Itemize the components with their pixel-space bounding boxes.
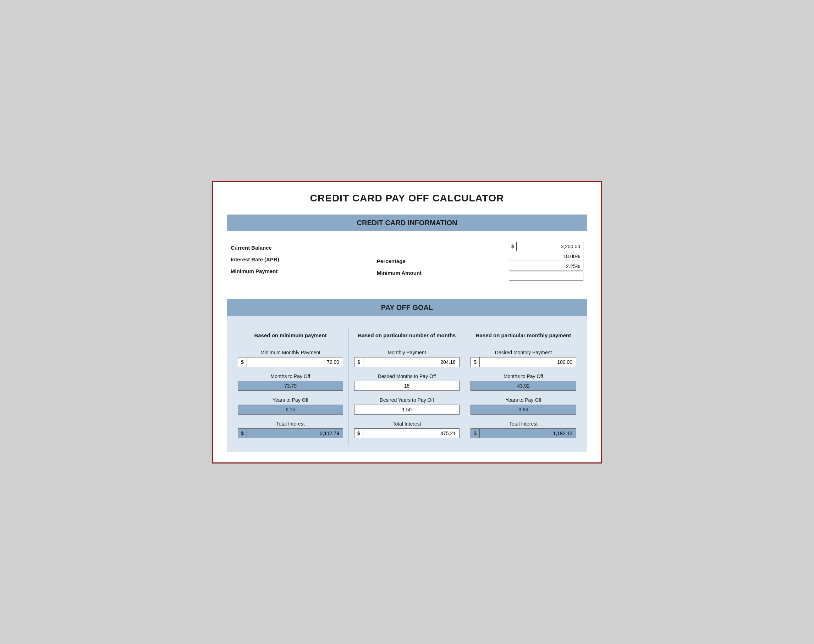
col3-months-group: Months to Pay Off 43.92 bbox=[470, 373, 576, 391]
calculator-container: CREDIT CARD PAY OFF CALCULATOR CREDIT CA… bbox=[212, 181, 602, 463]
interest-rate-label: Interest Rate (APR) bbox=[230, 253, 362, 265]
col1-monthly-value: 72.00 bbox=[247, 357, 343, 367]
col2-interest-label: Total Interest bbox=[354, 421, 459, 426]
col2-years-group: Desired Years to Pay Off 1.50 bbox=[354, 397, 459, 414]
col1-months-label: Months to Pay Off bbox=[238, 373, 343, 379]
col1-header: Based on minimum payment bbox=[238, 327, 343, 344]
cc-labels: Current Balance Interest Rate (APR) Mini… bbox=[227, 242, 362, 277]
cc-info-section: CREDIT CARD INFORMATION Current Balance … bbox=[227, 215, 587, 289]
col3-monthly-label: Desired Monthly Payment bbox=[470, 350, 576, 355]
payoff-col-3: Based on particular monthly payment Desi… bbox=[465, 327, 582, 445]
payoff-columns: Based on minimum payment Minimum Monthly… bbox=[227, 323, 587, 445]
col3-header: Based on particular monthly payment bbox=[470, 327, 576, 344]
col1-interest-field: $ 2,112.79 bbox=[238, 428, 343, 438]
col1-interest-dollar: $ bbox=[238, 429, 247, 438]
col1-years-value: 6.15 bbox=[238, 405, 343, 414]
col3-monthly-field[interactable]: $ 100.00 bbox=[470, 357, 576, 367]
col2-monthly-group: Monthly Payment $ 204.18 bbox=[354, 350, 459, 367]
col3-months-value: 43.92 bbox=[470, 381, 576, 391]
col3-years-value: 3.66 bbox=[470, 405, 576, 414]
col1-years-group: Years to Pay Off 6.15 bbox=[238, 397, 343, 414]
col3-years-group: Years to Pay Off 3.66 bbox=[470, 397, 576, 414]
col1-interest-value: 2,112.79 bbox=[247, 429, 343, 438]
col3-interest-label: Total Interest bbox=[470, 421, 576, 426]
dollar-sign-balance: $ bbox=[509, 242, 517, 251]
col2-years-value: 1.50 bbox=[354, 405, 459, 414]
col1-monthly-label: Minimum Monthly Payment bbox=[238, 350, 343, 355]
col1-years-label: Years to Pay Off bbox=[238, 397, 343, 403]
col3-monthly-dollar: $ bbox=[471, 357, 480, 367]
percentage-sublabel: Percentage bbox=[377, 255, 509, 267]
payoff-section: PAY OFF GOAL Based on minimum payment Mi… bbox=[227, 299, 587, 452]
col2-interest-value: 475.21 bbox=[363, 429, 459, 438]
interest-rate-field[interactable]: 18.00% bbox=[509, 252, 584, 261]
col2-monthly-label: Monthly Payment bbox=[354, 350, 459, 355]
col1-interest-group: Total Interest $ 2,112.79 bbox=[238, 421, 343, 438]
col1-monthly-dollar: $ bbox=[238, 357, 247, 367]
payoff-header: PAY OFF GOAL bbox=[227, 299, 587, 316]
col2-interest-field: $ 475.21 bbox=[354, 428, 459, 438]
col1-monthly-group: Minimum Monthly Payment $ 72.00 bbox=[238, 350, 343, 367]
col1-months-value: 73.79 bbox=[238, 381, 343, 391]
minimum-amount-sublabel: Minimum Amount bbox=[377, 267, 509, 279]
main-title: CREDIT CARD PAY OFF CALCULATOR bbox=[227, 193, 587, 204]
cc-inputs: $ 3,200.00 18.00% 2.25% bbox=[509, 242, 587, 282]
minimum-payment-label: Minimum Payment bbox=[230, 265, 362, 277]
col1-monthly-field[interactable]: $ 72.00 bbox=[238, 357, 343, 367]
col2-monthly-dollar: $ bbox=[355, 357, 363, 367]
cc-middle: Percentage Minimum Amount bbox=[362, 242, 509, 279]
col2-months-group: Desired Months to Pay Off 18 bbox=[354, 373, 459, 391]
cc-info-grid: Current Balance Interest Rate (APR) Mini… bbox=[227, 238, 587, 289]
payoff-col-2: Based on particular number of months Mon… bbox=[349, 327, 465, 445]
col2-header: Based on particular number of months bbox=[354, 327, 459, 344]
col2-months-label: Desired Months to Pay Off bbox=[354, 373, 459, 379]
col2-years-label: Desired Years to Pay Off bbox=[354, 397, 459, 403]
col1-months-group: Months to Pay Off 73.79 bbox=[238, 373, 343, 391]
col2-months-value[interactable]: 18 bbox=[354, 381, 459, 391]
current-balance-value[interactable]: 3,200.00 bbox=[517, 242, 583, 251]
col3-months-label: Months to Pay Off bbox=[470, 373, 576, 379]
col2-interest-group: Total Interest $ 475.21 bbox=[354, 421, 459, 438]
current-balance-field[interactable]: $ 3,200.00 bbox=[509, 242, 584, 251]
col3-interest-value: 1,192.12 bbox=[480, 429, 576, 438]
col3-interest-dollar: $ bbox=[471, 429, 480, 438]
col2-interest-dollar: $ bbox=[355, 429, 363, 438]
col3-years-label: Years to Pay Off bbox=[470, 397, 576, 403]
current-balance-label: Current Balance bbox=[230, 242, 362, 253]
min-payment-pct-field[interactable]: 2.25% bbox=[509, 262, 584, 271]
col1-interest-label: Total Interest bbox=[238, 421, 343, 426]
min-amount-field[interactable] bbox=[509, 271, 584, 281]
col3-interest-field: $ 1,192.12 bbox=[470, 428, 576, 438]
col2-monthly-field: $ 204.18 bbox=[354, 357, 459, 367]
col3-interest-group: Total Interest $ 1,192.12 bbox=[470, 421, 576, 438]
col2-monthly-value: 204.18 bbox=[363, 357, 459, 367]
col3-monthly-value[interactable]: 100.00 bbox=[480, 357, 576, 367]
payoff-col-1: Based on minimum payment Minimum Monthly… bbox=[232, 327, 349, 445]
cc-info-header: CREDIT CARD INFORMATION bbox=[227, 215, 587, 231]
col3-monthly-group: Desired Monthly Payment $ 100.00 bbox=[470, 350, 576, 367]
